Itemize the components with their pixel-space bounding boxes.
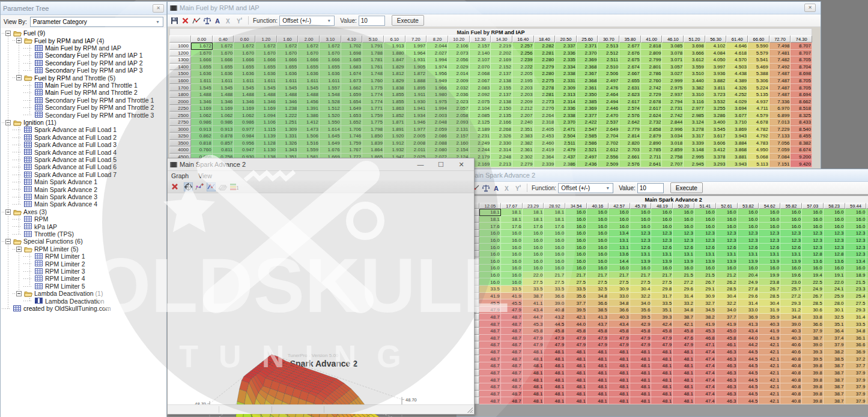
- table-cell[interactable]: 46.8: [694, 335, 716, 342]
- table-cell[interactable]: 16.0: [565, 209, 587, 216]
- column-header[interactable]: 72.70: [769, 35, 791, 43]
- table-cell[interactable]: 2.213: [491, 160, 512, 167]
- table-cell[interactable]: 2.138: [491, 77, 512, 85]
- table-cell[interactable]: 48.7: [501, 335, 523, 342]
- table-cell[interactable]: 2.280: [534, 56, 556, 64]
- table-cell[interactable]: 2.281: [534, 91, 556, 98]
- table-cell[interactable]: 31.4: [845, 314, 867, 321]
- table-cell[interactable]: 16.0: [630, 209, 652, 216]
- table-cell[interactable]: 5.224: [748, 84, 769, 91]
- table-cell[interactable]: 2.617: [641, 105, 663, 112]
- column-header[interactable]: 23.29: [523, 203, 544, 209]
- table-cell[interactable]: 16.0: [651, 216, 673, 223]
- table-cell[interactable]: 2.092: [470, 91, 491, 98]
- table-cell[interactable]: 40.8: [780, 397, 802, 404]
- table-cell[interactable]: 2.661: [619, 154, 641, 161]
- table-cell[interactable]: 45.5: [501, 299, 523, 307]
- table-cell[interactable]: 2.623: [619, 91, 641, 98]
- column-header[interactable]: 59.44: [845, 203, 867, 209]
- line-chart-icon[interactable]: [192, 16, 201, 25]
- table-cell[interactable]: 18.1: [523, 209, 544, 216]
- table-cell[interactable]: 2.157: [448, 133, 470, 140]
- graph-window-titlebar[interactable]: Main Spark Advance 2 — ☐ ✕: [168, 158, 474, 171]
- table-cell[interactable]: 3.617: [705, 133, 727, 140]
- table-cell[interactable]: 2.003: [426, 112, 448, 119]
- table-cell[interactable]: 2.371: [577, 43, 598, 50]
- table-cell[interactable]: 4.570: [726, 56, 748, 64]
- table-cell[interactable]: 1.864: [362, 146, 384, 154]
- table-cell[interactable]: 37.9: [802, 328, 824, 335]
- table-cell[interactable]: 13.1: [630, 251, 652, 258]
- table-cell[interactable]: 16.0: [738, 223, 759, 230]
- table-cell[interactable]: 31.4: [738, 299, 759, 307]
- table-cell[interactable]: 46.3: [716, 391, 738, 398]
- table-cell[interactable]: 16.0: [759, 209, 780, 216]
- column-header[interactable]: 10.20: [448, 35, 470, 43]
- table-cell[interactable]: 2.369: [577, 56, 598, 64]
- table-cell[interactable]: 45.8: [651, 328, 673, 335]
- tree-item[interactable]: Main Spark Advance 1: [34, 178, 97, 185]
- table-cell[interactable]: 1.062: [191, 112, 213, 119]
- table-cell[interactable]: 2.313: [555, 91, 577, 98]
- table-cell[interactable]: 16.0: [587, 265, 609, 272]
- table-cell[interactable]: 44.7: [523, 314, 544, 321]
- table-cell[interactable]: 1.659: [341, 91, 363, 98]
- table-cell[interactable]: 40.6: [780, 349, 802, 356]
- table-cell[interactable]: 2.281: [534, 50, 556, 57]
- table-cell[interactable]: 48.7: [501, 370, 523, 377]
- table-cell[interactable]: 2.093: [448, 119, 470, 126]
- table-cell[interactable]: 47.6: [673, 335, 694, 342]
- table-cell[interactable]: 1.746: [341, 133, 363, 140]
- table-cell[interactable]: 2.446: [598, 105, 619, 112]
- table-cell[interactable]: 45.0: [716, 328, 738, 335]
- table-cell[interactable]: 4.782: [748, 126, 769, 133]
- table-cell[interactable]: 1.949: [426, 77, 448, 85]
- table-cell[interactable]: 7.487: [769, 77, 791, 85]
- table-cell[interactable]: 16.0: [694, 216, 716, 223]
- table-cell[interactable]: 2.314: [555, 98, 577, 105]
- table-cell[interactable]: 1.774: [362, 91, 384, 98]
- table-cell[interactable]: 0.956: [234, 140, 255, 147]
- table-cell[interactable]: 2.150: [491, 105, 512, 112]
- table-cell[interactable]: 1.760: [362, 77, 384, 85]
- table-cell[interactable]: 48.1: [587, 397, 609, 404]
- table-cell[interactable]: 1.666: [234, 56, 255, 64]
- table-cell[interactable]: 48.1: [523, 376, 544, 383]
- table-cell[interactable]: 1.676: [320, 146, 341, 154]
- table-cell[interactable]: 18.1: [501, 216, 523, 223]
- table-cell[interactable]: 19.9: [759, 272, 780, 279]
- table-cell[interactable]: 16.0: [587, 216, 609, 223]
- table-cell[interactable]: 2.494: [598, 98, 619, 105]
- table-cell[interactable]: 16.0: [694, 223, 716, 230]
- table-cell[interactable]: 48.1: [565, 362, 587, 370]
- tree-item[interactable]: Ignition (11): [23, 119, 56, 126]
- table-cell[interactable]: 13.9: [716, 257, 738, 265]
- minimize-icon[interactable]: —: [410, 159, 431, 170]
- table-cell[interactable]: 21.7: [609, 272, 630, 279]
- table-cell[interactable]: 1.891: [384, 126, 405, 133]
- table-cell[interactable]: 1.670: [277, 50, 299, 57]
- table-cell[interactable]: 2.785: [641, 146, 663, 154]
- tree-item[interactable]: RPM: [34, 215, 48, 223]
- table-cell[interactable]: 47.9: [544, 341, 565, 349]
- table-cell[interactable]: 1.169: [213, 105, 234, 112]
- table-cell[interactable]: 44.0: [565, 320, 587, 328]
- table-cell[interactable]: 40.6: [780, 341, 802, 349]
- column-header[interactable]: 20.50: [555, 35, 577, 43]
- table-cell[interactable]: 2.202: [491, 50, 512, 57]
- table-cell[interactable]: 48.1: [651, 391, 673, 398]
- table-cell[interactable]: 45.3: [694, 328, 716, 335]
- table-cell[interactable]: 1.673: [341, 77, 363, 85]
- table-cell[interactable]: 5.388: [748, 70, 769, 77]
- table-cell[interactable]: 3.293: [705, 160, 727, 167]
- table-cell[interactable]: 17.6: [544, 223, 565, 230]
- table-cell[interactable]: 2.977: [684, 105, 705, 112]
- table-cell[interactable]: 2.742: [662, 112, 684, 119]
- table-cell[interactable]: 2.742: [641, 84, 663, 91]
- area-chart-icon[interactable]: [218, 182, 227, 191]
- table-cell[interactable]: 48.1: [544, 355, 565, 362]
- table-cell[interactable]: 16.0: [565, 244, 587, 251]
- table-cell[interactable]: 4.783: [748, 140, 769, 147]
- table-cell[interactable]: 2.107: [470, 56, 491, 64]
- table-cell[interactable]: 48.1: [630, 349, 652, 356]
